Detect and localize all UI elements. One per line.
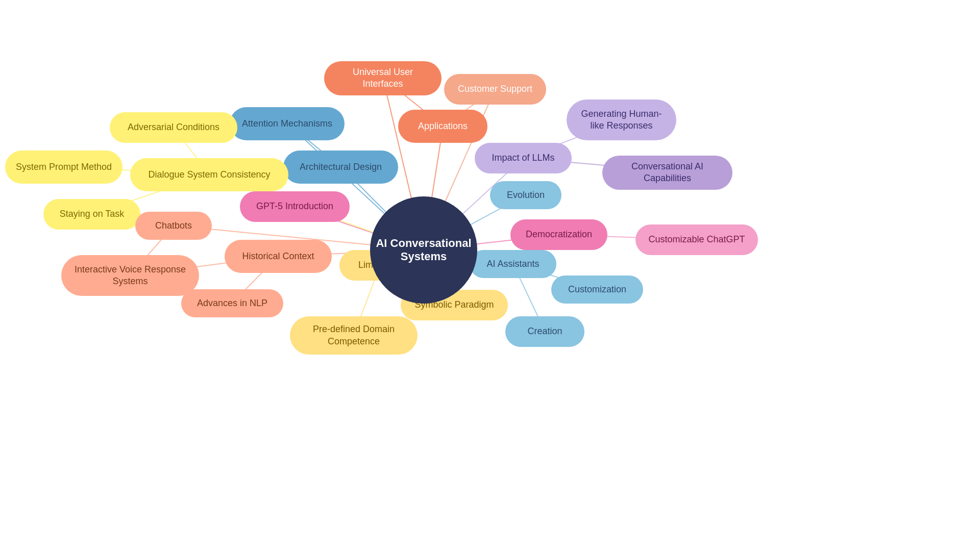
node-chatbots[interactable]: Chatbots (135, 212, 212, 240)
node-attention-mech[interactable]: Attention Mechanisms (230, 107, 345, 140)
node-dialogue-cons[interactable]: Dialogue System Consistency (130, 158, 288, 191)
node-applications[interactable]: Applications (398, 110, 487, 143)
node-adv-nlp[interactable]: Advances in NLP (181, 289, 283, 317)
node-staying-task[interactable]: Staying on Task (43, 199, 140, 230)
node-customization[interactable]: Customization (551, 276, 643, 304)
node-creation[interactable]: Creation (505, 316, 584, 347)
node-system-prompt[interactable]: System Prompt Method (5, 151, 122, 184)
node-hist-context[interactable]: Historical Context (225, 240, 332, 273)
node-demo[interactable]: Democratization (510, 219, 607, 250)
node-predef-domain[interactable]: Pre-defined Domain Competence (290, 316, 418, 355)
node-conv-ai[interactable]: Conversational AI Capabilities (602, 156, 732, 190)
node-gen-human[interactable]: Generating Human-like Responses (567, 99, 676, 140)
node-ai-assistants[interactable]: AI Assistants (470, 250, 556, 278)
node-universal-ui[interactable]: Universal User Interfaces (324, 61, 442, 95)
node-custom-chatgpt[interactable]: Customizable ChatGPT (635, 224, 758, 255)
node-customer-support[interactable]: Customer Support (444, 74, 546, 105)
node-gpt5-intro[interactable]: GPT-5 Introduction (240, 191, 350, 222)
node-impact-llm[interactable]: Impact of LLMs (475, 143, 572, 173)
node-ivr[interactable]: Interactive Voice Response Systems (61, 255, 199, 296)
node-arch-design[interactable]: Architectural Design (283, 151, 398, 184)
center-node: AI Conversational Systems (370, 196, 477, 304)
node-evolution[interactable]: Evolution (490, 181, 561, 209)
node-adv-conditions[interactable]: Adversarial Conditions (110, 112, 237, 143)
